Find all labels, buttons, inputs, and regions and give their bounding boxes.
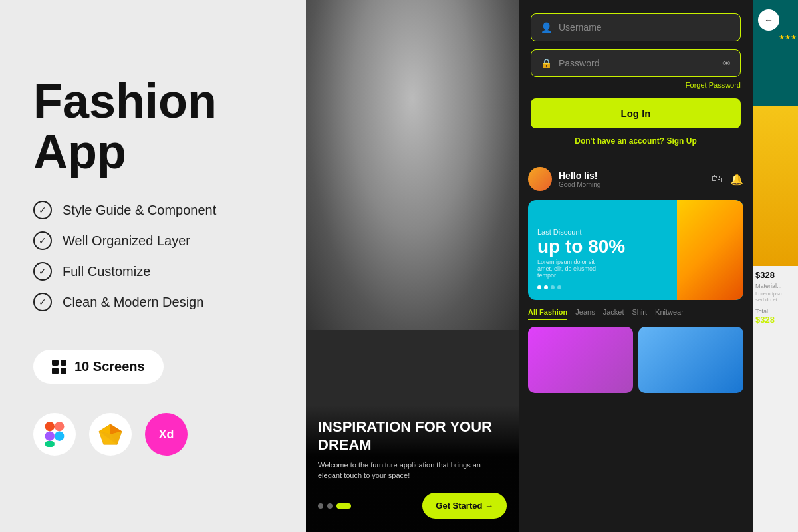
tool-icons: Xd — [33, 413, 273, 456]
phone-headline: INSPIRATION FOR YOUR DREAM — [318, 418, 507, 454]
svg-rect-3 — [45, 441, 55, 447]
greeting-sub: Good Morning — [559, 181, 600, 188]
login-screen: 👤 Username 🔒 Password 👁 Forget Password … — [519, 0, 753, 158]
product-card-1[interactable] — [528, 327, 633, 393]
check-icon: ✓ — [33, 231, 52, 250]
bag-icon[interactable]: 🛍 — [712, 173, 722, 186]
right-panel: 👤 Username 🔒 Password 👁 Forget Password … — [519, 0, 753, 532]
check-icon: ✓ — [33, 201, 52, 219]
carousel-dots — [318, 503, 351, 509]
cat-all-fashion[interactable]: All Fashion — [528, 308, 567, 320]
promo-dot-2 — [544, 285, 548, 289]
greeting-name: Hello Iis! — [559, 170, 600, 181]
product-card-2[interactable] — [638, 327, 743, 393]
svg-point-4 — [55, 432, 64, 441]
material-desc: Lorem ipsu... sed do ei... — [755, 291, 795, 303]
total-label: Total — [755, 308, 795, 315]
back-button[interactable]: ← — [758, 9, 779, 31]
home-header: Hello Iis! Good Morning 🛍 🔔 — [528, 167, 743, 191]
cat-jeans[interactable]: Jeans — [575, 308, 595, 320]
user-icon: 👤 — [541, 22, 552, 33]
product-image-top — [753, 106, 798, 266]
feature-item: ✓ Clean & Modern Design — [33, 293, 273, 311]
promo-banner: Last Discount up to 80% Lorem ipsum dolo… — [528, 200, 743, 300]
password-input-field[interactable]: 🔒 Password 👁 — [531, 49, 741, 77]
woman-figure — [306, 0, 519, 330]
xd-icon: Xd — [145, 413, 188, 456]
screens-badge: 10 Screens — [33, 350, 164, 384]
cat-knitwear[interactable]: Knitwear — [655, 308, 684, 320]
feature-text-style: Style Guide & Component — [63, 203, 216, 218]
check-icon: ✓ — [33, 262, 52, 281]
phone-content: INSPIRATION FOR YOUR DREAM Welcome to th… — [306, 405, 519, 532]
svg-rect-1 — [55, 422, 64, 431]
phone-screen: INSPIRATION FOR YOUR DREAM Welcome to th… — [306, 0, 519, 532]
category-nav: All Fashion Jeans Jacket Shirt Knitwear — [528, 308, 743, 320]
app-title: Fashion App — [33, 76, 273, 177]
phone-subtext: Welcome to the furniture application tha… — [318, 460, 507, 481]
material-label: Material... — [755, 283, 795, 289]
signup-row: Don't have an account? Sign Up — [531, 136, 741, 146]
sketch-icon — [89, 413, 132, 456]
far-right-panel: ← ★★★ $328 Material... Lorem ipsu... sed… — [753, 0, 798, 532]
star-rating: ★★★ — [779, 33, 797, 41]
feature-text-layer: Well Organized Layer — [63, 233, 190, 249]
promo-body: Lorem ipsum dolor sit amet, elit, do eiu… — [537, 259, 604, 279]
far-right-price-2: $328 — [755, 315, 795, 325]
dot-1 — [318, 503, 323, 509]
login-button[interactable]: Log In — [531, 98, 741, 128]
product-grid — [528, 327, 743, 393]
middle-phone-panel: INSPIRATION FOR YOUR DREAM Welcome to th… — [306, 0, 519, 532]
forget-password-link[interactable]: Forget Password — [531, 81, 741, 89]
svg-rect-2 — [45, 432, 55, 441]
bell-icon[interactable]: 🔔 — [730, 173, 743, 186]
header-icons: 🛍 🔔 — [712, 173, 743, 186]
rating-area: ★★★ — [779, 33, 797, 41]
get-started-button[interactable]: Get Started → — [422, 493, 507, 519]
feature-item: ✓ Full Customize — [33, 262, 273, 281]
username-placeholder: Username — [559, 22, 731, 33]
svg-rect-0 — [45, 422, 55, 431]
xd-label: Xd — [158, 428, 174, 442]
cat-jacket[interactable]: Jacket — [603, 308, 624, 320]
feature-list: ✓ Style Guide & Component ✓ Well Organiz… — [33, 201, 273, 323]
dot-3-active — [336, 503, 351, 509]
eye-icon: 👁 — [722, 59, 731, 68]
far-right-price-1: $328 — [755, 270, 795, 280]
phone-bottom-row: Get Started → — [318, 493, 507, 519]
user-info: Hello Iis! Good Morning — [528, 167, 600, 191]
password-placeholder: Password — [559, 58, 716, 68]
feature-item: ✓ Style Guide & Component — [33, 201, 273, 219]
feature-text-customize: Full Customize — [63, 264, 150, 279]
home-screen: Hello Iis! Good Morning 🛍 🔔 Last Discoun… — [519, 158, 753, 532]
check-icon: ✓ — [33, 293, 52, 311]
promo-dot-3 — [551, 285, 555, 289]
promo-dot-1 — [537, 285, 541, 289]
feature-item: ✓ Well Organized Layer — [33, 231, 273, 250]
far-right-bottom: $328 Material... Lorem ipsu... sed do ei… — [753, 266, 798, 532]
figma-icon — [33, 413, 76, 456]
promo-dot-4 — [557, 285, 561, 289]
username-input-field[interactable]: 👤 Username — [531, 13, 741, 41]
phone-bg-image — [306, 0, 519, 330]
signup-link[interactable]: Sign Up — [666, 136, 696, 146]
avatar — [528, 167, 552, 191]
feature-text-design: Clean & Modern Design — [63, 295, 203, 310]
greeting-block: Hello Iis! Good Morning — [559, 170, 600, 188]
cat-shirt[interactable]: Shirt — [632, 308, 647, 320]
lock-icon: 🔒 — [541, 58, 552, 68]
left-panel: Fashion App ✓ Style Guide & Component ✓ … — [0, 0, 306, 532]
grid-icon — [52, 360, 66, 374]
screens-count: 10 Screens — [74, 359, 145, 374]
no-account-text: Don't have an account? — [575, 136, 664, 146]
far-right-top: ← ★★★ — [753, 0, 798, 266]
far-right-product-info: $328 Material... Lorem ipsu... sed do ei… — [753, 266, 798, 329]
dot-2 — [327, 503, 332, 509]
promo-woman-image — [677, 200, 743, 300]
